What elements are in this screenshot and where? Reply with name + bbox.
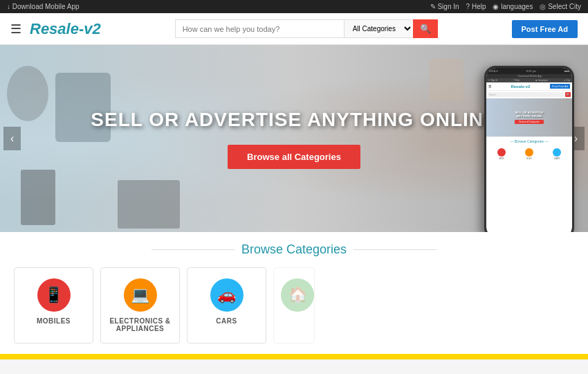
phone-cat-electronics: ELEC — [525, 148, 533, 160]
category-card-mobiles[interactable]: 📱 MOBILES — [14, 267, 93, 344]
phone-header: ☰ Resale-v2 Post Free Ad — [486, 82, 572, 91]
phone-cat-mobiles: MOB — [497, 148, 506, 160]
logo-text: Resale-v2 — [30, 20, 101, 37]
hamburger-icon[interactable]: ☰ — [10, 21, 21, 37]
phone-categories-title: — Browse Categories — — [486, 136, 572, 145]
more-icon-circle: 🏠 — [281, 278, 314, 312]
hero-title: SELL OR ADVERTISE ANYTHING ONLINE — [91, 109, 497, 131]
top-bar: ↓ Download Mobile App ✎ Sign In ? Help ◉… — [0, 0, 588, 13]
signin-link[interactable]: ✎ Sign In — [430, 3, 459, 10]
blender-decoration — [21, 170, 55, 225]
hero-arrow-left[interactable]: ‹ — [3, 127, 21, 150]
tv-decoration — [118, 180, 180, 229]
phone-battery: ■■■ — [564, 69, 569, 73]
header-left: ☰ Resale-v2 — [10, 20, 101, 38]
category-card-more[interactable]: 🏠 — [273, 267, 315, 344]
languages-link[interactable]: ◉ languages — [493, 3, 533, 10]
phone-search: Search... 🔍 — [486, 91, 572, 98]
phone-screen: IDEA ✦ 8:20 pm ■■■ ↓ Download Mobile App… — [486, 68, 572, 232]
fan-decoration — [7, 66, 48, 121]
phone-carrier: IDEA ✦ — [489, 69, 498, 73]
phone-cat-mobiles-icon — [497, 148, 506, 157]
top-bar-left: ↓ Download Mobile App — [7, 3, 80, 10]
cars-label: CARS — [194, 317, 259, 325]
electronics-label: ELECTRONICS & APPLIANCES — [108, 317, 172, 332]
search-button[interactable]: 🔍 — [413, 19, 438, 38]
mobiles-icon-circle: 📱 — [37, 278, 71, 312]
phone-cat-cars: CARS — [553, 148, 561, 160]
bottom-band — [0, 354, 588, 359]
phone-cat-cars-icon — [553, 148, 561, 157]
search-input[interactable] — [175, 19, 344, 38]
browse-all-categories-button[interactable]: Browse all Categories — [228, 145, 360, 169]
hero-content: SELL OR ADVERTISE ANYTHING ONLINE Browse… — [91, 109, 497, 169]
hero-section: SELL OR ADVERTISE ANYTHING ONLINE Browse… — [0, 45, 588, 232]
header: ☰ Resale-v2 All Categories 🔍 Post Free A… — [0, 13, 588, 45]
category-select[interactable]: All Categories — [344, 19, 413, 38]
category-card-electronics[interactable]: 💻 ELECTRONICS & APPLIANCES — [100, 267, 180, 344]
electronics-icon-circle: 💻 — [124, 278, 157, 312]
categories-grid: 📱 MOBILES 💻 ELECTRONICS & APPLIANCES 🚗 C… — [14, 267, 574, 344]
phone-hero: SELL OR ADVERTISEANYTHING ONLINE Browse … — [486, 98, 572, 136]
phone-logo: Resale-v2 — [511, 84, 530, 89]
cars-icon-circle: 🚗 — [210, 278, 244, 312]
category-card-cars[interactable]: 🚗 CARS — [187, 267, 266, 344]
help-link[interactable]: ? Help — [466, 3, 486, 10]
iron-decoration — [429, 59, 463, 100]
phone-categories: MOB ELEC CARS — [486, 145, 572, 163]
phone-cat-electronics-icon — [525, 148, 533, 157]
section-title: Browse Categories — [14, 242, 574, 257]
phone-mockup: IDEA ✦ 8:20 pm ■■■ ↓ Download Mobile App… — [484, 66, 574, 232]
download-app-link[interactable]: ↓ Download Mobile App — [7, 3, 80, 10]
categories-section: Browse Categories 📱 MOBILES 💻 ELECTRONIC… — [0, 232, 588, 354]
top-bar-right: ✎ Sign In ? Help ◉ languages ◎ Select Ci… — [430, 3, 581, 10]
post-ad-button[interactable]: Post Free Ad — [512, 20, 578, 38]
search-bar: All Categories 🔍 — [175, 19, 438, 38]
logo: Resale-v2 — [30, 20, 101, 38]
phone-top-bar: IDEA ✦ 8:20 pm ■■■ — [486, 68, 572, 74]
mobiles-label: MOBILES — [21, 317, 86, 325]
phone-time: 8:20 pm — [526, 69, 536, 73]
phone-hero-content: SELL OR ADVERTISEANYTHING ONLINE Browse … — [515, 111, 543, 124]
city-link[interactable]: ◎ Select City — [540, 3, 581, 10]
